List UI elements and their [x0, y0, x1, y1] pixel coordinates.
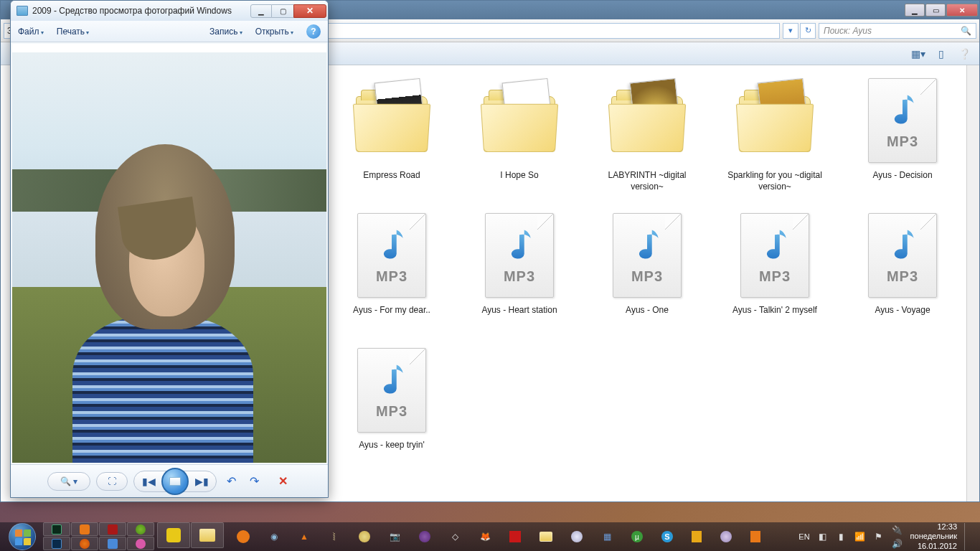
taskbar-app-vob[interactable] [99, 522, 126, 536]
taskbar-app-mediaplayer[interactable] [71, 522, 98, 536]
taskbar-app[interactable]: ⦚ [329, 531, 340, 542]
taskbar-app-photoshop[interactable] [43, 537, 70, 550]
file-menu[interactable]: Файл [18, 27, 44, 37]
taskbar-app-adobe[interactable] [509, 531, 521, 542]
help-button[interactable]: ? [306, 24, 321, 39]
help-button[interactable]: ❔ [956, 46, 972, 62]
clock-time: 12:33 [910, 522, 957, 532]
photo-viewer-titlebar[interactable]: 2009 - Средство просмотра фотографий Win… [11, 1, 328, 21]
mp3-file-icon: MP3 [613, 213, 682, 298]
preview-pane-button[interactable]: ▯ [933, 46, 949, 62]
taskbar-app-vlc[interactable]: ▲ [298, 531, 310, 542]
folder-item[interactable]: I Hope So [466, 74, 573, 209]
displayed-photo [12, 44, 326, 463]
taskbar-app-icq[interactable] [127, 522, 154, 536]
rotate-left-button[interactable]: ↶ [222, 474, 240, 488]
photo-viewer-menubar: Файл Печать Запись Открыть ? [11, 21, 328, 42]
delete-button[interactable]: ✕ [274, 474, 291, 488]
taskbar-app[interactable]: ◉ [268, 531, 280, 542]
show-desktop-button[interactable] [964, 523, 971, 550]
open-menu[interactable]: Открыть [255, 27, 293, 37]
file-item[interactable]: MP3 Ayus - Heart station [466, 209, 573, 344]
item-label: Ayus - One [626, 305, 669, 316]
taskbar-app[interactable] [419, 531, 430, 542]
close-button[interactable]: ✕ [293, 4, 326, 18]
taskbar-app[interactable] [237, 530, 250, 543]
power-icon[interactable]: 🔌 [892, 524, 903, 536]
item-label: LABYRINTH ~digital version~ [593, 170, 701, 192]
item-label: Sparkling for you ~digital version~ [721, 170, 829, 192]
taskbar-app[interactable]: 📷 [389, 531, 400, 542]
taskbar-app-pink[interactable] [127, 537, 154, 550]
fit-button[interactable]: ⛶ [96, 472, 128, 491]
taskbar-app-utorrent[interactable]: µ [631, 531, 643, 542]
taskbar: ◉ ▲ ⦚ 📷 ◇ 🦊 ▦ µ S EN ◧ ▮ 📶 ⚑ 🔌 🔊 12:33 п… [0, 522, 980, 551]
zoom-button[interactable]: 🔍 ▾ [47, 472, 90, 491]
mp3-file-icon: MP3 [357, 213, 426, 298]
item-label: Empress Road [363, 170, 420, 182]
file-item[interactable]: MP3 Ayus - One [593, 209, 701, 344]
photo-viewer-controls: 🔍 ▾ ⛶ ▮◀ ▶▮ ↶ ↷ ✕ [11, 464, 328, 497]
previous-button[interactable]: ▮◀ [137, 471, 160, 491]
mp3-file-icon: MP3 [357, 348, 426, 433]
maximize-button[interactable]: ▢ [272, 4, 293, 18]
wifi-icon[interactable]: 📶 [854, 531, 866, 542]
taskbar-app-skype[interactable]: S [661, 531, 673, 542]
folder-item[interactable]: Sparkling for you ~digital version~ [721, 74, 829, 209]
item-label: Ayus - For my dear.. [353, 305, 430, 316]
item-label: Ayus - Talkin' 2 myself [732, 305, 817, 316]
clock-day: понедельник [910, 532, 957, 541]
taskbar-app[interactable] [720, 531, 732, 542]
taskbar-app-explorer-active[interactable] [540, 532, 552, 542]
volume-icon[interactable]: 🔊 [892, 538, 903, 550]
taskbar-app-yandex[interactable] [157, 522, 190, 548]
mp3-file-icon: MP3 [868, 213, 937, 298]
file-item[interactable]: MP3 Ayus - Decision [849, 74, 956, 209]
print-menu[interactable]: Печать [57, 27, 90, 37]
clock[interactable]: 12:33 понедельник 16.01.2012 [910, 522, 957, 551]
file-item[interactable]: MP3 Ayus - For my dear.. [338, 209, 446, 344]
start-button[interactable] [3, 522, 42, 551]
tray-app-icon[interactable]: ◧ [817, 531, 829, 542]
taskbar-app[interactable]: ▦ [601, 531, 613, 542]
maximize-button[interactable]: ▭ [925, 4, 946, 17]
taskbar-app[interactable] [692, 531, 702, 542]
item-label: Ayus - Voyage [875, 305, 930, 316]
folder-icon [739, 89, 811, 152]
close-button[interactable]: ✕ [946, 4, 978, 17]
history-dropdown-button[interactable]: ▾ [783, 23, 798, 39]
slideshow-button[interactable] [161, 468, 189, 495]
taskbar-app-firefox[interactable] [71, 537, 98, 550]
taskbar-app[interactable] [571, 531, 583, 542]
taskbar-app-blue[interactable] [99, 537, 126, 550]
minimize-button[interactable]: ▁ [250, 4, 272, 18]
burn-menu[interactable]: Запись [209, 27, 242, 37]
flag-icon[interactable]: ⚑ [873, 531, 885, 542]
file-item[interactable]: MP3 Ayus - Talkin' 2 myself [721, 209, 829, 344]
file-item[interactable]: MP3 Ayus - keep tryin' [338, 344, 446, 479]
taskbar-app-audition[interactable] [43, 522, 70, 536]
rotate-right-button[interactable]: ↷ [245, 474, 263, 488]
search-input[interactable]: Поиск: Ayus 🔍 [819, 23, 976, 39]
taskbar-app[interactable]: ◇ [449, 531, 461, 542]
taskbar-app[interactable] [359, 531, 370, 542]
folder-icon [356, 89, 428, 152]
taskbar-app[interactable] [750, 531, 760, 542]
language-indicator[interactable]: EN [798, 532, 809, 541]
minimize-button[interactable]: ▁ [905, 4, 925, 17]
network-icon[interactable]: ▮ [836, 531, 847, 542]
file-item[interactable]: MP3 Ayus - Voyage [849, 209, 956, 344]
mp3-file-icon: MP3 [485, 213, 554, 298]
folder-item[interactable]: LABYRINTH ~digital version~ [593, 74, 701, 209]
next-button[interactable]: ▶▮ [190, 471, 213, 491]
item-label: I Hope So [500, 170, 538, 182]
clock-date: 16.01.2012 [910, 542, 957, 551]
taskbar-app-explorer[interactable] [191, 522, 224, 548]
folder-icon [611, 89, 683, 152]
photo-viewer-app-icon [17, 6, 28, 16]
folder-item[interactable]: Empress Road [338, 74, 446, 209]
view-options-button[interactable]: ▦▾ [910, 46, 926, 62]
refresh-button[interactable]: ↻ [800, 23, 816, 39]
taskbar-app-gimp[interactable]: 🦊 [479, 531, 491, 542]
folder-icon [484, 89, 555, 152]
